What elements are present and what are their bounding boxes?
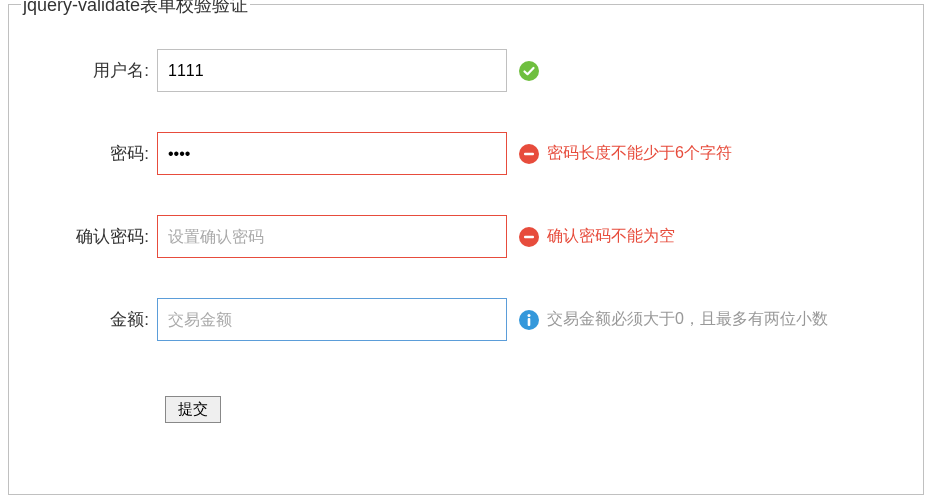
svg-point-6 [528,314,531,317]
label-username: 用户名: [17,59,157,82]
info-msg-amount: 交易金额必须大于0，且最多有两位小数 [547,309,828,330]
row-amount: 金额: 交易金额必须大于0，且最多有两位小数 [17,298,915,341]
amount-field[interactable] [157,298,507,341]
row-submit: 提交 [165,396,915,423]
password-field[interactable] [157,132,507,175]
svg-rect-2 [524,152,534,155]
confirm-password-field[interactable] [157,215,507,258]
error-msg-confirm: 确认密码不能为空 [547,226,675,247]
info-icon [519,310,539,330]
label-amount: 金额: [17,308,157,331]
status-confirm: 确认密码不能为空 [519,226,675,247]
form-fieldset: jquery-validate表单校验验证 用户名: 密码: 密码长度不 [8,4,924,495]
status-username [519,61,539,81]
username-field[interactable] [157,49,507,92]
success-check-icon [519,61,539,81]
error-minus-icon [519,144,539,164]
submit-button[interactable]: 提交 [165,396,221,423]
error-msg-password: 密码长度不能少于6个字符 [547,143,732,164]
svg-rect-4 [524,235,534,238]
svg-rect-7 [528,318,531,326]
error-minus-icon [519,227,539,247]
row-confirm: 确认密码: 确认密码不能为空 [17,215,915,258]
status-amount: 交易金额必须大于0，且最多有两位小数 [519,309,828,330]
label-password: 密码: [17,142,157,165]
label-confirm: 确认密码: [17,225,157,248]
svg-point-0 [519,61,539,81]
form-legend: jquery-validate表单校验验证 [21,0,250,17]
status-password: 密码长度不能少于6个字符 [519,143,732,164]
row-password: 密码: 密码长度不能少于6个字符 [17,132,915,175]
row-username: 用户名: [17,49,915,92]
